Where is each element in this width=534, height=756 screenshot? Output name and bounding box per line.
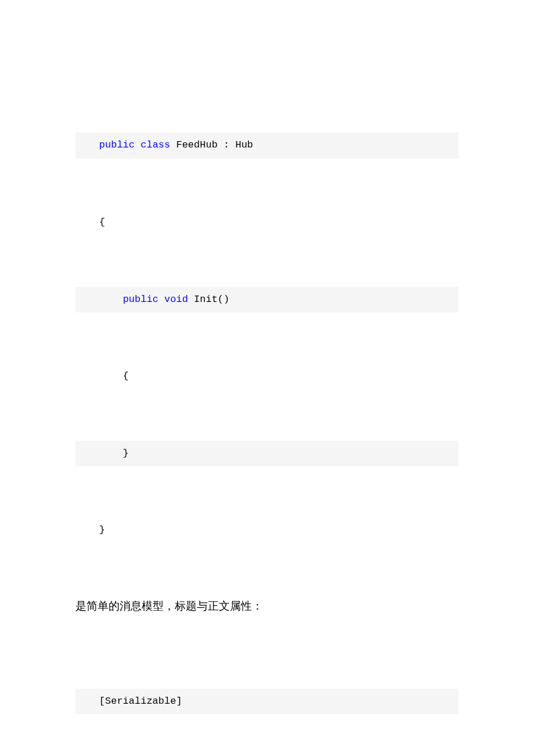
code-block-2: [Serializable] public class PushMessageM… (75, 638, 459, 756)
code-block-1: public class FeedHub : Hub { public void… (75, 81, 459, 569)
code-line: public void Init() (75, 287, 459, 312)
prose-text-1: 是简单的消息模型，标题与正文属性： (75, 592, 459, 620)
code-line: } (75, 441, 459, 466)
code-line: { (75, 210, 459, 235)
code-line: public class FeedHub : Hub (75, 132, 459, 158)
code-line: } (75, 517, 459, 543)
code-line: [Serializable] (75, 689, 459, 714)
code-line: { (75, 363, 459, 389)
